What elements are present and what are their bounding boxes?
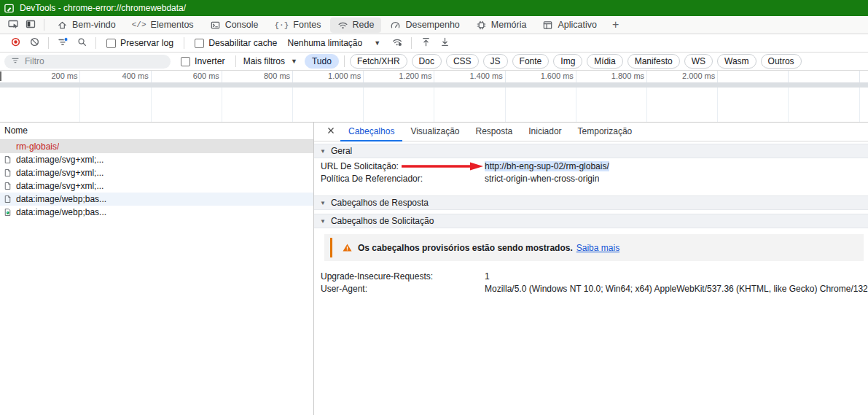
details-tabbar: CabeçalhosVisualizaçãoRespostaIniciadorT…: [314, 123, 868, 141]
column-header-name[interactable]: Nome: [0, 123, 313, 140]
details-tab-resposta[interactable]: Resposta: [468, 123, 521, 141]
triangle-down-icon: ▼: [320, 218, 326, 225]
header-name: Upgrade-Insecure-Requests:: [321, 271, 485, 282]
request-row[interactable]: rm-globais/: [0, 140, 313, 153]
timeline-tick: 800 ms: [222, 71, 293, 82]
section-general[interactable]: ▼ Geral: [314, 144, 868, 158]
filter-chip-fonte[interactable]: Fonte: [512, 54, 550, 69]
clear-icon: [29, 36, 40, 50]
timeline-tick: 400 ms: [81, 71, 152, 82]
filter-chip-doc[interactable]: Doc: [412, 54, 442, 69]
tab-bem-vindo[interactable]: Bem-vindo: [50, 18, 123, 33]
filter-toggle-button[interactable]: [53, 35, 72, 51]
timeline-scrubber-band: [0, 82, 868, 88]
tab-aplicativo[interactable]: Aplicativo: [535, 18, 604, 33]
network-conditions-icon: [391, 36, 403, 50]
request-rows: rm-globais/data:image/svg+xml;...data:im…: [0, 140, 313, 219]
more-filters-button[interactable]: Mais filtros ▼: [243, 56, 297, 66]
tab-rede[interactable]: Rede: [330, 18, 382, 33]
filter-chip-fetch-xhr[interactable]: Fetch/XHR: [350, 54, 407, 69]
filter-chip-tudo[interactable]: Tudo: [305, 54, 339, 69]
more-filters-label: Mais filtros: [243, 56, 285, 66]
tab-label: Console: [225, 20, 259, 30]
timeline-tick: 1.800 ms: [576, 71, 647, 82]
request-row[interactable]: data:image/svg+xml;...: [0, 166, 313, 179]
timeline-gridline: [435, 88, 506, 122]
timeline-gridline: [647, 88, 718, 122]
throttling-value: Nenhuma limitação: [287, 38, 362, 48]
preserve-log-checkbox[interactable]: Preservar log: [106, 38, 173, 48]
device-toolbar-button[interactable]: [22, 17, 39, 33]
close-details-button[interactable]: [321, 123, 340, 141]
titlebar: DevTools - chrome-error://chromewebdata/: [0, 0, 868, 16]
timeline-gridline: [222, 88, 293, 122]
record-button[interactable]: [6, 35, 25, 51]
header-value: strict-origin-when-cross-origin: [485, 174, 599, 184]
export-har-button[interactable]: [435, 35, 454, 51]
search-button[interactable]: [72, 35, 91, 51]
filter-input[interactable]: Filtro: [4, 55, 171, 69]
timeline-origin-marker: [0, 71, 1, 81]
filter-chip-css[interactable]: CSS: [446, 54, 479, 69]
console-icon: [210, 20, 221, 31]
details-tab-temporizacao[interactable]: Temporização: [570, 123, 641, 141]
request-row[interactable]: data:image/svg+xml;...: [0, 179, 313, 193]
tab-desempenho[interactable]: Desempenho: [383, 18, 466, 33]
tab-console[interactable]: Console: [203, 18, 266, 33]
timeline-tick: 600 ms: [152, 71, 222, 82]
inspect-button[interactable]: [4, 17, 22, 33]
close-icon: [326, 125, 336, 138]
header-row: URL De Solicitação:http://bh-eng-sup-02/…: [314, 160, 868, 172]
filter-chip-wasm[interactable]: Wasm: [717, 54, 756, 69]
filter-chip-js[interactable]: JS: [483, 54, 508, 69]
divider: [95, 37, 96, 49]
doc-file-icon: [3, 194, 12, 204]
disable-cache-checkbox[interactable]: Desabilitar cache: [195, 38, 277, 48]
clear-button[interactable]: [25, 35, 44, 51]
tab-memoria[interactable]: Memória: [469, 18, 534, 33]
tab-fontes[interactable]: {⋅}Fontes: [267, 18, 329, 33]
header-value: http://bh-eng-sup-02/rm-globais/: [485, 161, 609, 171]
filter-chip-manifesto[interactable]: Manifesto: [627, 54, 680, 69]
timeline-tick: 2.000 ms: [647, 71, 718, 82]
network-conditions-button[interactable]: [388, 35, 407, 51]
header-value: 1: [485, 271, 490, 282]
request-row[interactable]: data:image/webp;bas...: [0, 206, 313, 219]
checkbox-box: [181, 57, 190, 66]
timeline-gridline: [293, 88, 364, 122]
timeline-gridline: [152, 88, 222, 122]
section-response-headers[interactable]: ▼ Cabeçalhos de Resposta: [314, 195, 868, 210]
panel-tabs: Bem-vindo</>ElementosConsole{⋅}FontesRed…: [49, 16, 605, 34]
export-icon: [439, 36, 450, 50]
header-row: User-Agent:Mozilla/5.0 (Windows NT 10.0;…: [314, 282, 868, 295]
filter-chip-outros[interactable]: Outros: [761, 54, 802, 69]
throttling-select[interactable]: Nenhuma limitação ▼: [287, 38, 380, 48]
invert-checkbox[interactable]: Inverter: [181, 56, 225, 66]
requests-table: Nome rm-globais/data:image/svg+xml;...da…: [0, 123, 314, 415]
section-request-headers[interactable]: ▼ Cabeçalhos de Solicitação: [314, 214, 868, 228]
request-row[interactable]: data:image/webp;bas...: [0, 193, 313, 206]
sources-icon: {⋅}: [275, 20, 289, 30]
filter-chip-img[interactable]: Img: [553, 54, 582, 69]
tab-elementos[interactable]: </>Elementos: [125, 18, 201, 33]
devtools-logo-icon: [4, 3, 15, 14]
image-file-icon: [3, 207, 12, 217]
learn-more-link[interactable]: Saiba mais: [576, 243, 619, 253]
more-tabs-button[interactable]: +: [605, 18, 626, 31]
network-overview-timeline[interactable]: 200 ms400 ms600 ms800 ms1.000 ms1.200 ms…: [0, 71, 868, 123]
chevron-down-icon: ▼: [291, 58, 297, 65]
filter-chip-ws[interactable]: WS: [684, 54, 713, 69]
provisional-headers-warning: Os cabeçalhos provisórios estão sendo mo…: [324, 234, 864, 261]
disable-cache-label: Desabilitar cache: [208, 38, 277, 48]
details-tab-visualizacao[interactable]: Visualização: [402, 123, 467, 141]
request-name: data:image/svg+xml;...: [16, 168, 103, 178]
general-rows: URL De Solicitação:http://bh-eng-sup-02/…: [314, 160, 868, 185]
details-tab-iniciador[interactable]: Iniciador: [520, 123, 569, 141]
details-tab-cabecalhos[interactable]: Cabeçalhos: [340, 123, 402, 141]
import-har-button[interactable]: [416, 35, 435, 51]
filter-chip-midia[interactable]: Mídia: [587, 54, 622, 69]
application-icon: [542, 20, 553, 31]
network-filterbar: Filtro Inverter Mais filtros ▼ TudoFetch…: [0, 53, 868, 71]
request-row[interactable]: data:image/svg+xml;...: [0, 153, 313, 166]
timeline-tick: 200 ms: [9, 71, 80, 82]
